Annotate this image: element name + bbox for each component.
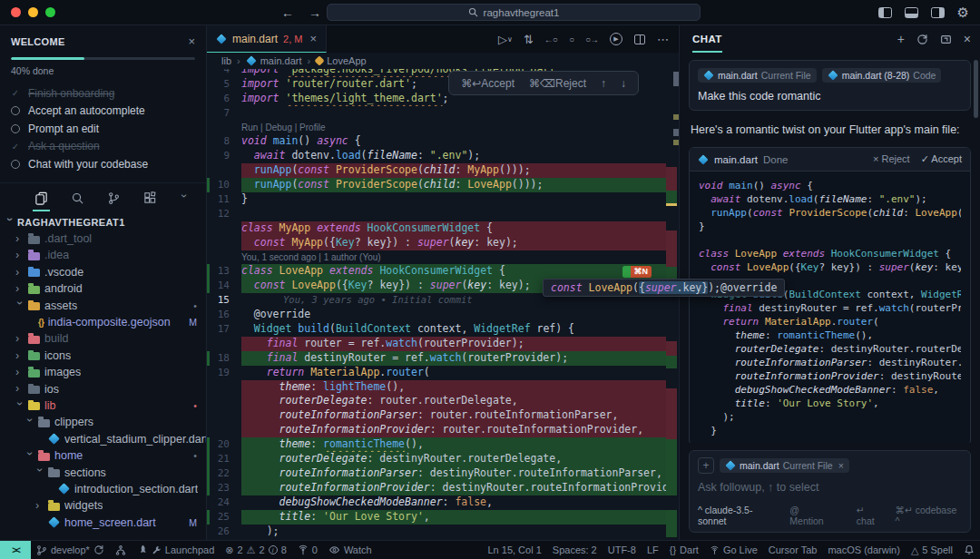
prev-diff-arrow[interactable]: ↑: [601, 77, 606, 90]
change-dot-icon[interactable]: ○: [569, 34, 573, 44]
chevron-down-icon[interactable]: ›: [180, 190, 188, 208]
code-line[interactable]: routeInformationParser: router.routeInfo…: [207, 408, 679, 423]
code-line[interactable]: routeInformationProvider: router.routeIn…: [207, 423, 679, 437]
welcome-task[interactable]: ✓Finish onboarding: [11, 84, 195, 103]
history-icon[interactable]: [916, 34, 928, 45]
compare-changes-icon[interactable]: ⇅: [524, 33, 533, 46]
notifications-bell[interactable]: [958, 541, 980, 559]
breadcrumb-file[interactable]: main.dart: [246, 55, 302, 66]
code-line[interactable]: You, 1 second ago | 1 author (You): [207, 250, 679, 265]
run-file-button[interactable]: ▶: [610, 33, 622, 45]
code-line[interactable]: 25 title: 'Our Love Story',: [207, 510, 679, 525]
code-line[interactable]: final router = ref.watch(routerProvider)…: [207, 337, 679, 351]
minimize-window-button[interactable]: [28, 7, 38, 17]
branch-indicator[interactable]: develop*: [31, 541, 110, 559]
close-window-button[interactable]: [11, 7, 21, 17]
code-line[interactable]: 20 theme: romanticTheme(),: [207, 437, 679, 452]
overview-ruler[interactable]: [666, 69, 679, 540]
close-icon[interactable]: ×: [188, 34, 195, 48]
previous-change-button[interactable]: ←○: [544, 34, 557, 44]
code-line[interactable]: 22 routeInformationParser: destinyRouter…: [207, 466, 679, 481]
context-pill-code-range[interactable]: main.dart (8-28) Code: [822, 68, 942, 83]
context-pill-current-file[interactable]: main.dart Current File: [698, 68, 817, 83]
code-line[interactable]: 16 @override: [207, 308, 679, 322]
code-line[interactable]: 24 debugShowCheckedModeBanner: false,: [207, 495, 679, 510]
tab-chat[interactable]: CHAT: [692, 25, 722, 53]
breadcrumb-folder[interactable]: lib: [221, 55, 231, 66]
tree-folder-.idea[interactable]: ›.idea: [0, 247, 206, 263]
next-change-button[interactable]: ○→: [585, 34, 598, 44]
cursor-tab-toggle[interactable]: Cursor Tab: [763, 541, 823, 559]
breadcrumb-symbol[interactable]: LoveApp: [316, 55, 366, 66]
next-diff-arrow[interactable]: ↓: [621, 77, 626, 90]
code-line[interactable]: 12: [207, 207, 679, 221]
tree-folder-sections[interactable]: ›sections: [0, 464, 206, 480]
code-line[interactable]: runApp(const ProviderScope(child: MyApp(…: [207, 163, 679, 178]
code-area[interactable]: 4import 'package:hooks_riverpod/hooks_ri…: [207, 69, 679, 540]
forward-button[interactable]: →: [309, 5, 321, 20]
tree-folder-.dart_tool[interactable]: ›.dart_tool: [0, 230, 206, 247]
user-message-card[interactable]: main.dart Current File main.dart (8-28) …: [689, 60, 971, 111]
tree-file-vertical_stadium_clipper.dart[interactable]: ›vertical_stadium_clipper.dart: [0, 431, 206, 447]
tree-file-introduction_section.dart[interactable]: ›introduction_section.dart: [0, 481, 206, 497]
welcome-task[interactable]: Prompt an edit: [11, 120, 195, 138]
code-line[interactable]: Run | Debug | Profile: [207, 121, 679, 135]
eol-indicator[interactable]: LF: [642, 541, 664, 559]
welcome-task[interactable]: ✓Ask a question: [11, 138, 195, 156]
remote-indicator[interactable]: ><: [0, 541, 31, 559]
tree-folder-android[interactable]: ›android: [0, 280, 206, 297]
code-line[interactable]: 23 routeInformationProvider: destinyRout…: [207, 481, 679, 495]
close-chat-icon[interactable]: ×: [964, 32, 971, 46]
code-line[interactable]: 26 );: [207, 525, 679, 539]
code-line[interactable]: 19 return MaterialApp.router(: [207, 366, 679, 380]
tree-folder-.vscode[interactable]: ›.vscode: [0, 264, 206, 280]
code-line[interactable]: 10 runApp(const ProviderScope(child: Lov…: [207, 178, 679, 192]
toggle-panel-icon[interactable]: [905, 7, 918, 18]
code-line[interactable]: 18 final destinyRouter = ref.watch(route…: [207, 351, 679, 366]
chat-input-placeholder[interactable]: Ask followup, ↑ to select: [698, 481, 962, 494]
tree-file-india-composite.geojson[interactable]: ›{}india-composite.geojsonM: [0, 314, 206, 330]
expand-chat-icon[interactable]: [940, 34, 952, 45]
submit-chat-hint[interactable]: ↵ chat: [857, 505, 885, 526]
accept-button[interactable]: ✓ Accept: [921, 153, 962, 165]
tree-root-raghavthegreat1[interactable]: › RAGHAVTHEGREAT1: [0, 214, 206, 230]
close-tab-icon[interactable]: ×: [309, 32, 317, 45]
indentation-indicator[interactable]: Spaces: 2: [547, 541, 603, 559]
maximize-window-button[interactable]: [45, 7, 55, 17]
toggle-primary-sidebar-icon[interactable]: [878, 7, 892, 18]
code-line[interactable]: 13class LoveApp extends HookConsumerWidg…: [207, 264, 679, 279]
tree-folder-images[interactable]: ›images: [0, 364, 206, 380]
go-live-button[interactable]: Go Live: [704, 541, 763, 559]
tree-folder-lib[interactable]: ›lib•: [0, 397, 206, 414]
chat-scrollbar[interactable]: [974, 60, 978, 118]
toggle-secondary-sidebar-icon[interactable]: [931, 7, 945, 18]
cursor-position[interactable]: Ln 15, Col 1: [482, 541, 546, 559]
code-line[interactable]: 8void main() async {: [207, 134, 679, 149]
spellcheck-indicator[interactable]: △5 Spell: [906, 541, 958, 559]
explorer-icon[interactable]: [34, 190, 48, 208]
reject-diff-button[interactable]: ⌘⌫Reject: [529, 77, 586, 90]
welcome-task[interactable]: Accept an autocomplete: [11, 103, 195, 121]
command-center-search[interactable]: raghavthegreat1: [327, 4, 701, 21]
split-editor-button[interactable]: [634, 34, 645, 44]
tree-folder-clippers[interactable]: ›clippers: [0, 414, 206, 430]
tree-folder-icons[interactable]: ›icons: [0, 348, 206, 364]
problems-indicator[interactable]: ⊗2 ⚠2 i8: [220, 541, 291, 559]
tree-folder-assets[interactable]: ›assets•: [0, 297, 206, 313]
back-button[interactable]: ←: [281, 5, 294, 20]
tree-file-home_screen.dart[interactable]: ›home_screen.dartM: [0, 515, 206, 531]
gear-icon[interactable]: ⚙: [957, 5, 969, 19]
keybinding-badge[interactable]: ⌘N: [622, 266, 652, 278]
tab-main-dart[interactable]: main.dart 2, M ×: [207, 25, 327, 53]
run-debug-button[interactable]: ▷∨: [498, 33, 512, 46]
code-line[interactable]: 21 routerDelegate: destinyRouter.routerD…: [207, 452, 679, 466]
chat-input[interactable]: + main.dart Current File × Ask followup,…: [689, 450, 971, 533]
welcome-task[interactable]: Chat with your codebase: [11, 155, 195, 173]
new-chat-icon[interactable]: +: [897, 32, 905, 46]
os-indicator[interactable]: macOS (darwin): [822, 541, 905, 559]
search-sidebar-icon[interactable]: [71, 190, 84, 208]
git-graph-button[interactable]: [110, 541, 132, 559]
tree-folder-build[interactable]: ›build: [0, 330, 206, 347]
code-line[interactable]: routerDelegate: router.routerDelegate,: [207, 394, 679, 408]
code-line[interactable]: 11}: [207, 192, 679, 207]
